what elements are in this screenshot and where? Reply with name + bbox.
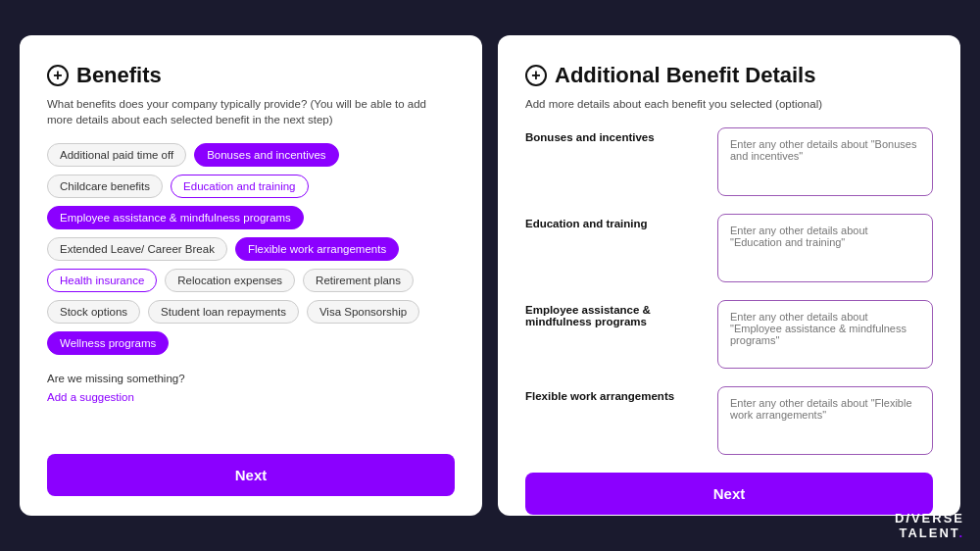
benefit-detail-row: Employee assistance & mindfulness progra… [525,300,933,369]
benefits-card: + Benefits What benefits does your compa… [20,35,482,516]
tags-container: Additional paid time offBonuses and ince… [47,143,455,355]
benefits-next-button[interactable]: Next [47,454,455,496]
benefit-tag[interactable]: Education and training [171,175,308,198]
benefit-detail-row: Education and training [525,214,933,282]
benefit-tag[interactable]: Retirement plans [303,269,414,292]
additional-title-text: Additional Benefit Details [555,63,815,88]
additional-details-card: + Additional Benefit Details Add more de… [498,35,960,516]
benefit-detail-label: Flexible work arrangements [525,386,702,402]
benefit-detail-label: Employee assistance & mindfulness progra… [525,300,702,327]
logo: DiVERSE TALENT. [895,511,964,541]
benefit-tag[interactable]: Bonuses and incentives [194,143,338,167]
main-container: + Benefits What benefits does your compa… [0,0,980,551]
benefit-detail-textarea[interactable] [717,127,933,196]
logo-dot: . [958,526,964,540]
additional-next-button[interactable]: Next [525,473,933,515]
benefit-tag[interactable]: Additional paid time off [47,143,186,167]
benefits-subtitle: What benefits does your company typicall… [47,96,455,127]
benefit-tag[interactable]: Extended Leave/ Career Break [47,237,227,261]
benefits-title: + Benefits [47,63,455,88]
benefit-tag[interactable]: Stock options [47,300,140,324]
logo-line1: DiVERSE [895,511,964,526]
benefit-tag[interactable]: Student loan repayments [148,300,299,324]
additional-plus-icon: + [525,65,547,86]
plus-icon: + [47,65,69,86]
missing-label: Are we missing something? [47,373,455,384]
benefit-tag[interactable]: Wellness programs [47,331,169,355]
benefit-detail-textarea[interactable] [717,214,933,282]
benefit-tag[interactable]: Health insurance [47,269,157,292]
benefit-detail-label: Education and training [525,214,702,229]
benefit-detail-row: Flexible work arrangements [525,386,933,455]
add-suggestion-link[interactable]: Add a suggestion [47,391,134,403]
benefit-detail-row: Bonuses and incentives [525,127,933,196]
benefits-title-text: Benefits [76,63,162,88]
benefit-tag[interactable]: Childcare benefits [47,175,163,198]
benefit-detail-textarea[interactable] [717,300,933,369]
additional-subtitle: Add more details about each benefit you … [525,96,933,112]
benefit-details-list: Bonuses and incentivesEducation and trai… [525,127,933,473]
missing-section: Are we missing something? Add a suggesti… [47,373,455,405]
benefit-tag[interactable]: Visa Sponsorship [307,300,419,324]
benefit-tag[interactable]: Relocation expenses [165,269,295,292]
benefit-tag[interactable]: Flexible work arrangements [235,237,399,261]
logo-line2: TALENT. [895,526,964,541]
benefit-detail-label: Bonuses and incentives [525,127,702,143]
additional-title: + Additional Benefit Details [525,63,933,88]
benefit-tag[interactable]: Employee assistance & mindfulness progra… [47,206,304,229]
benefit-detail-textarea[interactable] [717,386,933,455]
